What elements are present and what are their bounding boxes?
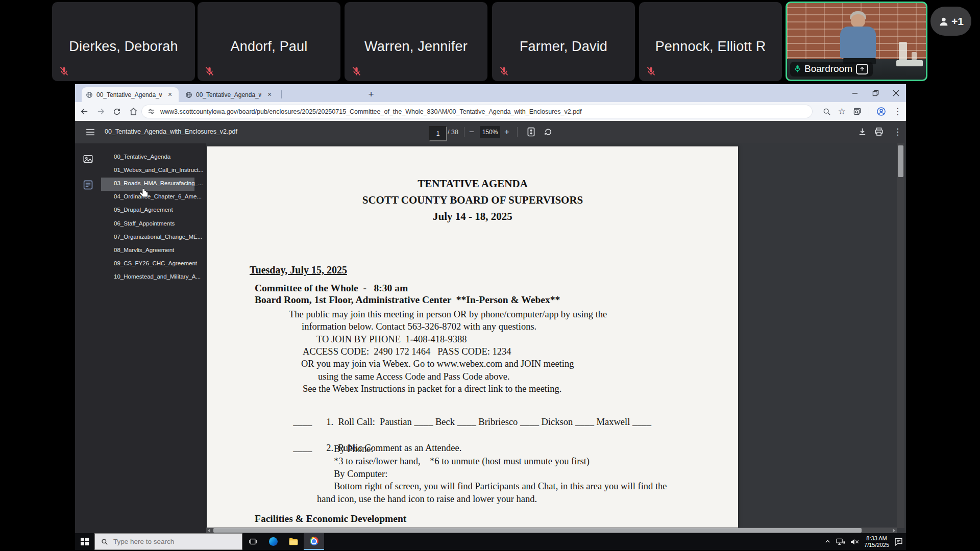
- doc-sub-line: Bottom right of screen, you will find Pa…: [334, 481, 667, 492]
- print-icon[interactable]: [874, 127, 884, 136]
- horizontal-scrollbar[interactable]: [206, 528, 897, 533]
- back-button[interactable]: [77, 105, 91, 119]
- browser-tab-active[interactable]: 00_Tentative_Agenda_with_Enc ×: [82, 87, 179, 102]
- window-restore-button[interactable]: [865, 84, 886, 102]
- participant-tile[interactable]: Farmer, David: [492, 2, 635, 81]
- pdf-menu-icon[interactable]: [86, 129, 95, 136]
- bookmark-item[interactable]: 05_Drupal_Agreement: [114, 207, 204, 217]
- participant-name: Pennock, Elliott R: [639, 39, 782, 55]
- bookmark-item[interactable]: 09_CS_FY26_CHC_Agreement: [114, 260, 204, 270]
- browser-menu-icon[interactable]: ⋮: [893, 107, 902, 116]
- vertical-scroll-thumb[interactable]: [898, 145, 903, 177]
- horizontal-scroll-thumb[interactable]: [213, 528, 862, 533]
- tab-close-icon[interactable]: ×: [265, 91, 274, 99]
- overflow-participants-badge[interactable]: +1: [930, 7, 971, 36]
- zoom-in-icon[interactable]: +: [504, 126, 509, 138]
- globe-favicon: [185, 91, 192, 98]
- mic-live-icon: [794, 64, 801, 73]
- pdf-page-total: / 38: [448, 126, 458, 138]
- video-label-text: Boardroom: [804, 63, 852, 74]
- scroll-right-arrow[interactable]: [893, 529, 895, 533]
- taskbar-search-box[interactable]: [94, 533, 242, 550]
- volume-muted-icon[interactable]: [850, 538, 859, 545]
- rotate-icon[interactable]: [544, 127, 553, 137]
- bookmark-item[interactable]: 08_Marvlis_Agreement: [114, 247, 204, 257]
- browser-toolbar: www3.scottcountyiowa.gov/board/pub/enclo…: [75, 102, 906, 121]
- pdf-menu-kebab-icon[interactable]: ⋮: [893, 126, 902, 138]
- clock-time: 8:33 AM: [864, 535, 889, 542]
- scroll-left-arrow[interactable]: [208, 529, 210, 533]
- window-minimize-button[interactable]: [845, 84, 865, 102]
- search-icon: [101, 538, 108, 545]
- fit-to-page-icon[interactable]: [527, 127, 535, 137]
- zoom-out-icon[interactable]: −: [469, 126, 474, 138]
- boardroom-video-tile[interactable]: Boardroom: [786, 2, 927, 81]
- doc-sub-line: hand icon, use the hand icon to raise an…: [317, 493, 537, 505]
- tab-title: 00_Tentative_Agenda_with_Enc: [96, 91, 162, 98]
- start-button[interactable]: [75, 533, 94, 550]
- forward-button[interactable]: [93, 105, 108, 119]
- edge-taskbar-icon[interactable]: [263, 533, 283, 550]
- roll-call-blank: ____: [293, 417, 312, 427]
- doc-body-line: ACCESS CODE: 2490 172 1464 PASS CODE: 12…: [303, 346, 511, 358]
- mic-muted-icon: [499, 66, 509, 77]
- browser-tab-inactive[interactable]: 00_Tentative_Agenda_with_Enc ×: [181, 87, 278, 102]
- tab-close-icon[interactable]: ×: [166, 91, 174, 99]
- tray-chevron-icon[interactable]: [824, 538, 831, 545]
- new-tab-button[interactable]: +: [365, 88, 377, 101]
- vertical-scrollbar[interactable]: [897, 143, 904, 528]
- outline-icon[interactable]: [83, 180, 93, 190]
- search-input[interactable]: [112, 537, 232, 546]
- public-comment-blank: ____: [293, 443, 312, 453]
- bookmark-item[interactable]: 10_Homestead_and_Military_A...: [114, 273, 204, 284]
- home-button[interactable]: [126, 105, 140, 119]
- mic-muted-icon: [351, 66, 362, 77]
- reload-button[interactable]: [110, 105, 124, 119]
- participant-tile[interactable]: Warren, Jennifer: [345, 2, 487, 81]
- network-icon[interactable]: [836, 538, 845, 545]
- tab-title: 00_Tentative_Agenda_with_Enc: [196, 91, 261, 98]
- thumbnails-icon[interactable]: [83, 155, 93, 163]
- tab-divider: [281, 90, 282, 98]
- bookmark-item[interactable]: 04_Ordinance_Chapter_6_Ame...: [114, 193, 204, 204]
- doc-sub-line: By Computer:: [334, 468, 387, 480]
- bookmark-item[interactable]: 00_Tentative_Agenda: [114, 154, 204, 164]
- clock-date: 7/15/2025: [864, 542, 889, 548]
- bookmark-item[interactable]: 07_Organizational_Change_ME...: [114, 234, 204, 244]
- chrome-taskbar-icon[interactable]: [304, 533, 324, 550]
- doc-body-line: TO JOIN BY PHONE 1-408-418-9388: [316, 334, 467, 345]
- action-center-icon[interactable]: [894, 538, 903, 546]
- participant-tile[interactable]: Dierkes, Deborah: [52, 2, 195, 81]
- bookmark-star-icon[interactable]: ☆: [838, 107, 846, 116]
- papers: [896, 60, 923, 66]
- doc-date-heading: Tuesday, July 15, 2025: [250, 264, 347, 276]
- taskbar-clock[interactable]: 8:33 AM 7/15/2025: [864, 535, 889, 548]
- download-icon[interactable]: [858, 127, 867, 136]
- site-info-icon[interactable]: [148, 108, 155, 115]
- participant-name: Warren, Jennifer: [345, 39, 487, 55]
- pdf-page-input[interactable]: [429, 126, 447, 141]
- video-label: Boardroom: [790, 62, 873, 77]
- zoom-indicator-icon[interactable]: [823, 108, 831, 116]
- bookmark-item[interactable]: 01_Webex_and_Call_in_Instruct...: [114, 167, 204, 177]
- bookmark-item-selected[interactable]: 03_Roads_HMA_Resurafacing_...: [114, 180, 204, 190]
- participant-tile[interactable]: Andorf, Paul: [198, 2, 340, 81]
- pdf-zoom-level[interactable]: 150%: [480, 126, 500, 138]
- bookmark-item[interactable]: 06_Staff_Appointments: [114, 220, 204, 231]
- windows-taskbar: 8:33 AM 7/15/2025: [75, 533, 906, 550]
- window-close-button[interactable]: [886, 84, 906, 102]
- participant-tile[interactable]: Pennock, Elliott R: [639, 2, 782, 81]
- doc-body-line: information below. Contact 563-326-8702 …: [302, 321, 536, 333]
- roll-call-text: 1. Roll Call: Paustian ____ Beck ____ Br…: [326, 417, 651, 427]
- task-view-button[interactable]: [242, 533, 263, 550]
- doc-title-line: July 14 - 18, 2025: [207, 211, 738, 222]
- toolbar-divider: [869, 107, 869, 116]
- speaker-person: [836, 11, 880, 64]
- doc-title-line: TENTATIVE AGENDA: [207, 178, 738, 190]
- doc-body-line: See the Webex Instructions in packet for…: [303, 383, 561, 395]
- profile-avatar-icon[interactable]: [876, 107, 886, 116]
- sharing-icon: [856, 64, 868, 74]
- file-explorer-icon[interactable]: [283, 533, 304, 550]
- tab-search-icon[interactable]: [853, 107, 862, 116]
- address-bar[interactable]: www3.scottcountyiowa.gov/board/pub/enclo…: [141, 105, 813, 118]
